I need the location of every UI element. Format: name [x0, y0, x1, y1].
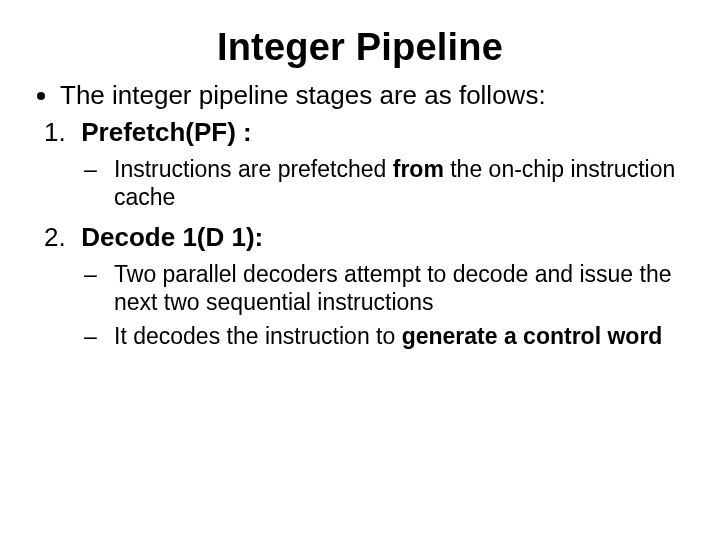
slide-title: Integer Pipeline	[34, 26, 686, 69]
stage-1-sub-1-pre: Instructions are prefetched	[114, 156, 393, 182]
intro-bullet: The integer pipeline stages are as follo…	[60, 79, 686, 112]
stage-2-label: Decode 1(D 1):	[81, 222, 263, 252]
stage-1-number: 1.	[44, 116, 74, 149]
stage-1: 1. Prefetch(PF) :	[44, 116, 686, 149]
stage-2-sub-2-pre: It decodes the instruction to	[114, 323, 402, 349]
stage-2-sub-list: Two parallel decoders attempt to decode …	[84, 260, 686, 350]
top-bullet-list: The integer pipeline stages are as follo…	[60, 79, 686, 112]
stage-2-number: 2.	[44, 221, 74, 254]
stage-1-sub-list: Instructions are prefetched from the on-…	[84, 155, 686, 211]
stage-2-sub-2: It decodes the instruction to generate a…	[84, 322, 686, 350]
stage-2-sub-1-pre: Two parallel decoders attempt to decode …	[114, 261, 671, 315]
stage-1-label: Prefetch(PF) :	[81, 117, 251, 147]
stage-1-sub-1-bold: from	[393, 156, 444, 182]
stage-1-sub-1: Instructions are prefetched from the on-…	[84, 155, 686, 211]
stage-2: 2. Decode 1(D 1):	[44, 221, 686, 254]
stage-2-sub-1: Two parallel decoders attempt to decode …	[84, 260, 686, 316]
slide: Integer Pipeline The integer pipeline st…	[0, 0, 720, 540]
stage-2-sub-2-bold: generate a control word	[402, 323, 663, 349]
intro-text: The integer pipeline stages are as follo…	[60, 80, 546, 110]
